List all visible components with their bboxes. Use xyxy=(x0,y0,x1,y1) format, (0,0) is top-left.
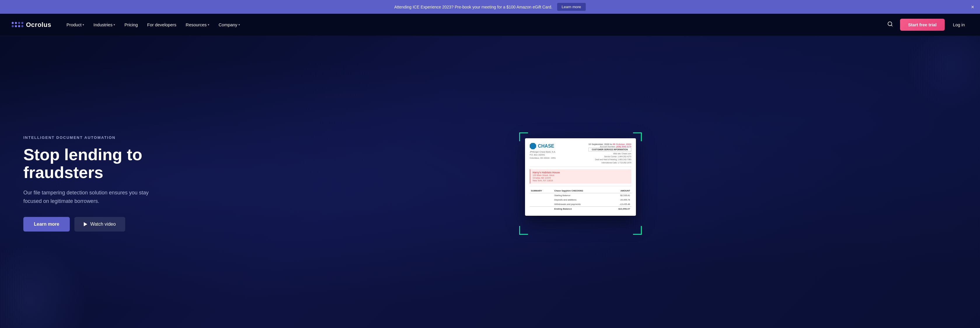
glow-right-decoration xyxy=(907,36,980,109)
fraud-state: New York, NY 11818 xyxy=(533,179,629,182)
learn-more-button[interactable]: Learn more xyxy=(23,217,70,232)
row-desc: Withdrawals and payments xyxy=(553,202,607,207)
statement-date-info: 10 September, 2020 to 09 October, 2020 A… xyxy=(589,143,631,165)
nav-links: Product ▾ Industries ▾ Pricing For devel… xyxy=(63,20,885,30)
hero-title: Stop lending to fraudsters xyxy=(23,146,204,182)
nav-item-pricing[interactable]: Pricing xyxy=(121,20,141,30)
nav-item-for-developers[interactable]: For developers xyxy=(143,20,180,30)
nav-actions: Start free trial Log in xyxy=(885,19,968,31)
announcement-banner: Attending ICE Experience 2023? Pre-book … xyxy=(0,0,980,14)
hero-eyebrow: INTELLIGENT DOCUMENT AUTOMATION xyxy=(23,135,204,140)
chase-logo: CHASE xyxy=(530,143,556,149)
nav-item-company[interactable]: Company ▾ xyxy=(215,20,243,30)
hero-buttons: Learn more Watch video xyxy=(23,217,204,232)
bank-address: JPMorgan Chase Bank, N.A. P.O. Box 18205… xyxy=(530,150,556,160)
nav-item-industries[interactable]: Industries ▾ xyxy=(90,20,118,30)
document-container: CHASE JPMorgan Chase Bank, N.A. P.O. Box… xyxy=(525,138,636,229)
chevron-down-icon: ▾ xyxy=(208,23,209,26)
row-amount: $13,956.07 xyxy=(607,207,631,211)
table-row: Starting Balance $2,535.81 xyxy=(530,193,631,198)
row-label xyxy=(530,207,553,211)
logo-text: Ocrolus xyxy=(26,21,51,29)
ending-balance-row: Ending Balance $13,956.07 xyxy=(530,207,631,211)
hero-description: Our file tampering detection solution en… xyxy=(23,189,164,205)
fraud-address1: 123 Main Street, West xyxy=(533,174,629,176)
table-row: Deposits and additions 24,455.74 xyxy=(530,198,631,202)
row-amount: 24,455.74 xyxy=(607,198,631,202)
date-range: 10 September, 2020 to 09 October, 2020 xyxy=(589,143,631,146)
fraud-name: Harry's Habitats House xyxy=(533,171,629,174)
watch-video-button[interactable]: Watch video xyxy=(75,217,125,232)
row-amount: -13,435.48 xyxy=(607,202,631,207)
row-desc: Deposits and additions xyxy=(553,198,607,202)
chase-octagon-icon xyxy=(530,143,536,149)
customer-service-box: CUSTOMER SERVICE INFORMATION Web site: C… xyxy=(589,148,631,165)
fraud-city: Omaha, NE 12345 xyxy=(533,176,629,179)
play-icon xyxy=(84,222,87,226)
logo-dots-icon xyxy=(12,22,24,27)
search-icon[interactable] xyxy=(885,19,896,31)
banner-close-button[interactable]: × xyxy=(971,5,974,10)
svg-line-1 xyxy=(891,25,892,26)
summary-header: SUMMARY xyxy=(530,189,553,193)
glow-left-decoration xyxy=(0,243,88,328)
customer-service-numbers: Web site: Chase.com Service Center: 1-84… xyxy=(589,152,631,165)
logo[interactable]: Ocrolus xyxy=(12,21,51,29)
account-type-header: Chase Sapphire CHECKING xyxy=(553,189,607,193)
banner-cta-button[interactable]: Learn more xyxy=(557,3,586,11)
row-amount: $2,535.81 xyxy=(607,193,631,198)
row-label xyxy=(530,202,553,207)
hero-content: INTELLIGENT DOCUMENT AUTOMATION Stop len… xyxy=(23,135,204,232)
bank-statement-document: CHASE JPMorgan Chase Bank, N.A. P.O. Box… xyxy=(525,138,636,216)
fraud-highlight-section: Harry's Habitats House 123 Main Street, … xyxy=(530,169,631,184)
start-trial-button[interactable]: Start free trial xyxy=(900,19,945,31)
navbar: Ocrolus Product ▾ Industries ▾ Pricing F… xyxy=(0,14,980,36)
summary-table: SUMMARY Chase Sapphire CHECKING AMOUNT S… xyxy=(530,189,631,211)
amount-header: AMOUNT xyxy=(607,189,631,193)
chase-header: CHASE JPMorgan Chase Bank, N.A. P.O. Box… xyxy=(530,143,631,167)
scan-corner-br xyxy=(633,226,642,235)
login-button[interactable]: Log in xyxy=(949,20,968,30)
scan-corner-bl xyxy=(519,226,528,235)
divider xyxy=(530,186,631,186)
banner-text: Attending ICE Experience 2023? Pre-book … xyxy=(394,5,552,10)
row-label xyxy=(530,193,553,198)
row-desc: Ending Balance xyxy=(553,207,607,211)
chevron-down-icon: ▾ xyxy=(83,23,84,26)
hero-section: INTELLIGENT DOCUMENT AUTOMATION Stop len… xyxy=(0,36,980,328)
hero-visual: CHASE JPMorgan Chase Bank, N.A. P.O. Box… xyxy=(204,138,957,229)
chevron-down-icon: ▾ xyxy=(239,23,240,26)
nav-item-product[interactable]: Product ▾ xyxy=(63,20,88,30)
chevron-down-icon: ▾ xyxy=(113,23,115,26)
chase-bank-name: CHASE xyxy=(538,144,554,149)
table-row: Withdrawals and payments -13,435.48 xyxy=(530,202,631,207)
row-label xyxy=(530,198,553,202)
nav-item-resources[interactable]: Resources ▾ xyxy=(182,20,213,30)
row-desc: Starting Balance xyxy=(553,193,607,198)
